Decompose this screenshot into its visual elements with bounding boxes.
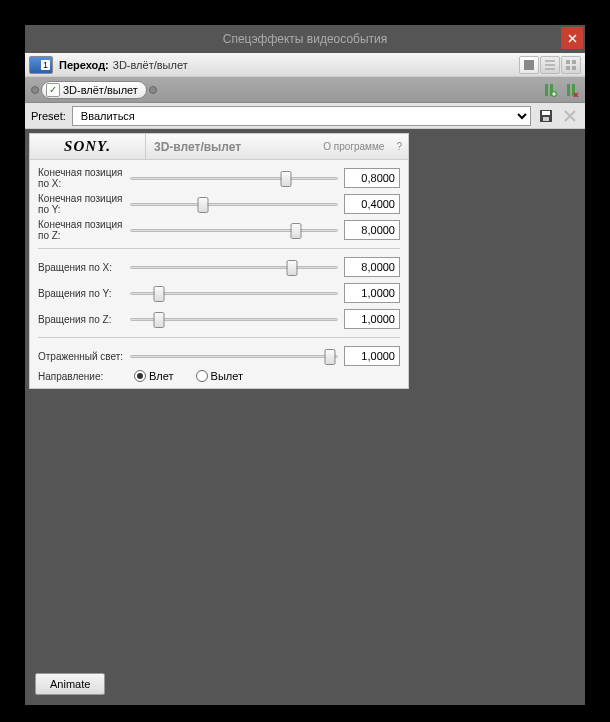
slider-pos-x[interactable] (130, 169, 338, 187)
label-reflect: Отраженный свет: (38, 351, 130, 362)
chain-effect-pill[interactable]: ✓ 3D-влёт/вылет (41, 81, 147, 99)
view-large-button[interactable] (519, 56, 539, 74)
slider-pos-z[interactable] (130, 221, 338, 239)
svg-rect-11 (542, 111, 550, 115)
value-pos-y[interactable] (344, 194, 400, 214)
slider-rot-x[interactable] (130, 258, 338, 276)
svg-rect-0 (524, 60, 534, 70)
value-pos-z[interactable] (344, 220, 400, 240)
effect-chain: ✓ 3D-влёт/вылет (25, 77, 585, 103)
radio-out-label: Вылет (211, 370, 243, 382)
save-preset-button[interactable] (537, 107, 555, 125)
label-rot-x: Вращения по X: (38, 262, 130, 273)
chain-input-node[interactable] (31, 86, 39, 94)
value-reflect[interactable] (344, 346, 400, 366)
transition-badge: 1 (41, 60, 50, 70)
preset-bar: Preset: Ввалиться (25, 103, 585, 129)
plugin-header: SONY. 3D-влет/вылет О программе ? (30, 134, 408, 160)
param-rot-y: Вращения по Y: (38, 281, 400, 305)
brand-logo: SONY. (64, 138, 111, 155)
view-list-button[interactable] (540, 56, 560, 74)
label-rot-y: Вращения по Y: (38, 288, 130, 299)
help-link[interactable]: ? (390, 141, 408, 152)
svg-rect-4 (572, 66, 576, 70)
close-button[interactable] (561, 27, 583, 49)
value-rot-x[interactable] (344, 257, 400, 277)
delete-icon (564, 110, 576, 122)
preset-select[interactable]: Ввалиться (72, 106, 531, 126)
chain-effect-name: 3D-влёт/вылет (63, 84, 138, 96)
svg-rect-5 (545, 84, 548, 96)
value-rot-z[interactable] (344, 309, 400, 329)
close-icon (568, 34, 577, 43)
label-pos-z: Конечная позиция по Z: (38, 219, 130, 241)
plugin-name: 3D-влет/вылет (146, 140, 317, 154)
window-title: Спецэффекты видеособытия (223, 32, 388, 46)
brand-cell: SONY. (30, 134, 146, 159)
radio-out[interactable]: Вылет (196, 370, 243, 382)
view-grid-button[interactable] (561, 56, 581, 74)
label-pos-y: Конечная позиция по Y: (38, 193, 130, 215)
param-rot-x: Вращения по X: (38, 255, 400, 279)
svg-rect-12 (543, 117, 549, 121)
about-link[interactable]: О программе (317, 141, 390, 152)
param-pos-z: Конечная позиция по Z: (38, 218, 400, 242)
save-icon (539, 109, 553, 123)
slider-rot-z[interactable] (130, 310, 338, 328)
radio-out-dot (196, 370, 208, 382)
transition-label: Переход: (59, 59, 109, 71)
svg-rect-8 (567, 84, 570, 96)
svg-rect-2 (572, 60, 576, 64)
plugin-panel: SONY. 3D-влет/вылет О программе ? Конечн… (29, 133, 409, 389)
param-pos-x: Конечная позиция по X: (38, 166, 400, 190)
param-reflect: Отраженный свет: (38, 344, 400, 368)
param-pos-y: Конечная позиция по Y: (38, 192, 400, 216)
check-icon: ✓ (46, 83, 60, 97)
value-rot-y[interactable] (344, 283, 400, 303)
value-pos-x[interactable] (344, 168, 400, 188)
param-body: Конечная позиция по X: Конечная позиция … (30, 160, 408, 388)
slider-reflect[interactable] (130, 347, 338, 365)
transition-icon[interactable]: 1 (29, 56, 53, 74)
radio-in-dot (134, 370, 146, 382)
divider-2 (38, 337, 400, 338)
divider-1 (38, 248, 400, 249)
add-effect-button[interactable] (539, 81, 559, 99)
delete-preset-button[interactable] (561, 107, 579, 125)
transition-bar: 1 Переход: 3D-влёт/вылет (25, 53, 585, 77)
transition-name: 3D-влёт/вылет (113, 59, 519, 71)
remove-effect-button[interactable] (561, 81, 581, 99)
titlebar: Спецэффекты видеособытия (25, 25, 585, 53)
direction-label: Направление: (38, 371, 130, 382)
animate-button[interactable]: Animate (35, 673, 105, 695)
chain-output-node[interactable] (149, 86, 157, 94)
slider-rot-y[interactable] (130, 284, 338, 302)
direction-row: Направление: Влет Вылет (38, 370, 400, 382)
preset-label: Preset: (31, 110, 66, 122)
label-rot-z: Вращения по Z: (38, 314, 130, 325)
svg-rect-3 (566, 66, 570, 70)
radio-in-label: Влет (149, 370, 174, 382)
effects-window: Спецэффекты видеособытия 1 Переход: 3D-в… (25, 25, 585, 705)
svg-rect-1 (566, 60, 570, 64)
slider-pos-y[interactable] (130, 195, 338, 213)
label-pos-x: Конечная позиция по X: (38, 167, 130, 189)
radio-in[interactable]: Влет (134, 370, 174, 382)
param-rot-z: Вращения по Z: (38, 307, 400, 331)
view-buttons (519, 56, 581, 74)
